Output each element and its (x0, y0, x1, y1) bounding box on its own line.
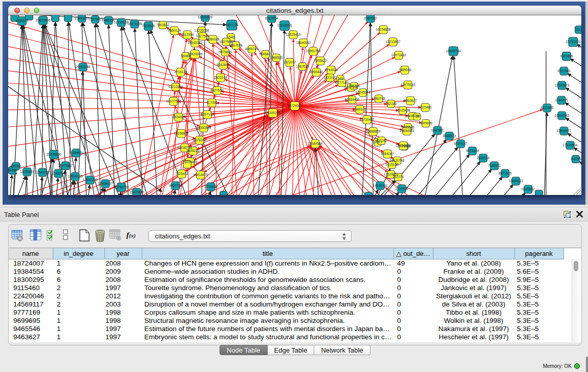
svg-text:9227343: 9227343 (557, 69, 571, 73)
svg-text:9646821: 9646821 (259, 52, 272, 56)
svg-text:1362615: 1362615 (296, 64, 309, 68)
svg-text:9463627: 9463627 (404, 99, 417, 102)
svg-text:7955822: 7955822 (314, 59, 327, 62)
svg-text:9474444: 9474444 (466, 149, 479, 152)
svg-text:1527602: 1527602 (89, 17, 102, 21)
svg-text:12213967: 12213967 (386, 40, 401, 43)
svg-text:10853267: 10853267 (75, 16, 90, 20)
svg-text:8454749: 8454749 (245, 47, 258, 51)
svg-text:1405571: 1405571 (15, 19, 29, 23)
svg-text:1112: 1112 (575, 28, 581, 31)
svg-text:2867608: 2867608 (229, 43, 243, 47)
svg-text:1244415: 1244415 (555, 98, 568, 102)
svg-text:10975887: 10975887 (58, 164, 73, 167)
svg-text:10973493: 10973493 (391, 53, 406, 57)
svg-text:17957273: 17957273 (83, 178, 98, 182)
svg-text:9716485: 9716485 (204, 185, 217, 188)
svg-text:1640951: 1640951 (431, 128, 444, 132)
svg-text:8215955: 8215955 (540, 106, 554, 110)
svg-text:16671355: 16671355 (127, 22, 142, 26)
svg-text:8878342: 8878342 (193, 138, 206, 142)
svg-text:9329966: 9329966 (560, 54, 573, 58)
svg-text:14353594: 14353594 (197, 126, 211, 129)
svg-text:20691406: 20691406 (36, 18, 51, 22)
svg-text:16648784: 16648784 (446, 49, 461, 53)
svg-text:20364436: 20364436 (345, 98, 360, 101)
svg-text:9465546: 9465546 (401, 125, 415, 129)
svg-text:15692971: 15692971 (557, 129, 572, 133)
svg-text:16961758: 16961758 (306, 49, 321, 53)
svg-text:10719155: 10719155 (114, 20, 129, 24)
svg-text:1733426: 1733426 (395, 187, 408, 190)
svg-text:19218506: 19218506 (277, 24, 292, 27)
svg-text:9327508: 9327508 (220, 40, 233, 43)
svg-text:20206556: 20206556 (47, 152, 61, 156)
svg-text:19166825: 19166825 (174, 132, 189, 135)
svg-text:1588520: 1588520 (270, 56, 283, 59)
svg-text:15720407: 15720407 (360, 118, 375, 121)
svg-text:19654923: 19654923 (400, 129, 415, 133)
svg-text:8267130: 8267130 (201, 113, 214, 116)
svg-text:20053346: 20053346 (76, 65, 91, 69)
svg-text:16543382: 16543382 (188, 41, 203, 45)
svg-text:16914479: 16914479 (193, 173, 208, 177)
svg-text:7663822: 7663822 (156, 23, 169, 27)
svg-text:18640910: 18640910 (296, 41, 311, 45)
svg-text:1615152: 1615152 (385, 163, 399, 166)
svg-text:7632621: 7632621 (488, 164, 501, 167)
svg-text:17359924: 17359924 (69, 151, 84, 155)
svg-text:14136141: 14136141 (373, 184, 388, 187)
svg-text:10107552: 10107552 (166, 99, 181, 103)
svg-text:12342737: 12342737 (35, 170, 50, 174)
svg-text:16120746: 16120746 (390, 159, 405, 162)
svg-text:2718126: 2718126 (174, 70, 187, 74)
svg-text:2986372: 2986372 (353, 107, 366, 111)
svg-text:10958107: 10958107 (98, 182, 113, 185)
svg-text:18724007: 18724007 (288, 104, 302, 107)
svg-text:13325419: 13325419 (286, 33, 301, 36)
svg-text:12213369: 12213369 (168, 85, 183, 89)
svg-text:8427552: 8427552 (210, 89, 224, 92)
svg-text:8938923: 8938923 (443, 134, 456, 138)
svg-text:12975115: 12975115 (401, 83, 416, 86)
svg-text:9777169: 9777169 (335, 81, 349, 84)
svg-text:341: 341 (338, 77, 343, 80)
svg-text:417006: 417006 (206, 101, 217, 104)
svg-text:44: 44 (415, 115, 419, 118)
svg-text:2935114: 2935114 (477, 156, 490, 160)
svg-text:19384554: 19384554 (308, 142, 323, 145)
svg-text:39159: 39159 (8, 168, 17, 172)
svg-text:17016504: 17016504 (563, 143, 578, 147)
svg-text:18300295: 18300295 (266, 111, 280, 115)
svg-text:12505135: 12505135 (68, 174, 83, 178)
svg-text:6879197: 6879197 (454, 142, 467, 145)
svg-text:13226058: 13226058 (194, 29, 209, 32)
svg-text:16053809: 16053809 (198, 15, 213, 19)
svg-text:8990448: 8990448 (310, 70, 323, 74)
svg-text:11923446: 11923446 (129, 190, 144, 194)
svg-text:9660124: 9660124 (168, 29, 181, 32)
svg-text:11156829: 11156829 (20, 170, 34, 173)
svg-text:6794028: 6794028 (324, 68, 338, 72)
svg-text:835061: 835061 (10, 164, 21, 168)
svg-text:1322037: 1322037 (283, 60, 296, 64)
svg-text:10654112: 10654112 (509, 179, 524, 183)
svg-text:10654983: 10654983 (171, 115, 186, 119)
svg-text:9245652: 9245652 (521, 187, 535, 191)
svg-text:6466160: 6466160 (102, 18, 115, 22)
svg-text:7357224: 7357224 (225, 23, 238, 27)
svg-text:116753: 116753 (570, 157, 581, 161)
svg-text:12093873: 12093873 (555, 83, 570, 87)
svg-text:19756928: 19756928 (396, 144, 411, 147)
svg-text:15751074: 15751074 (566, 40, 581, 43)
svg-text:5875645: 5875645 (219, 50, 232, 54)
svg-text:7515526: 7515526 (142, 24, 155, 28)
svg-text:8813054: 8813054 (265, 16, 278, 20)
svg-text:7485063: 7485063 (398, 68, 411, 72)
svg-text:16154808: 16154808 (376, 28, 391, 31)
svg-text:746266: 746266 (349, 84, 360, 87)
svg-text:252274: 252274 (393, 175, 404, 179)
svg-text:16099489: 16099489 (183, 160, 198, 164)
svg-text:8186328: 8186328 (206, 37, 220, 41)
svg-text:98964: 98964 (181, 54, 190, 58)
